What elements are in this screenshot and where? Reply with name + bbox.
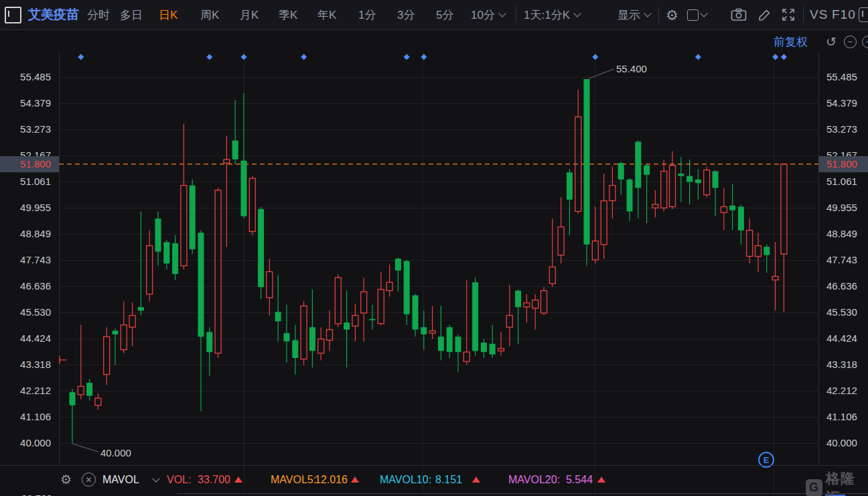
candle-body-down [70, 392, 76, 405]
indicator-chevron-icon[interactable] [149, 466, 159, 493]
forward-adjusted-button[interactable]: 前复权 [774, 32, 808, 51]
candle-body-up [429, 331, 435, 334]
candle-body-down [644, 166, 650, 175]
vol-up-triangle-icon [234, 466, 242, 493]
candle-body-down [309, 327, 315, 351]
candle-body-down [190, 186, 196, 249]
stock-name[interactable]: 艾美疫苗 [28, 0, 79, 29]
event-diamond-marker[interactable] [592, 54, 598, 60]
candlestick-chart[interactable] [0, 0, 868, 496]
indicator-close-icon[interactable]: ✕ [82, 466, 96, 493]
candle-body-down [627, 180, 633, 212]
tab-3分[interactable]: 3分 [397, 0, 415, 29]
candle-body-up [224, 160, 230, 163]
vs-button[interactable]: VS [810, 0, 828, 29]
event-diamond-marker[interactable] [241, 54, 247, 60]
tab-1分[interactable]: 1分 [358, 0, 376, 29]
tab-月K[interactable]: 月K [240, 0, 259, 29]
period-selector[interactable]: 1天:1分K [524, 0, 580, 29]
event-diamond-marker[interactable] [404, 54, 410, 60]
price-axis-label: 44.424 [826, 332, 857, 344]
chevron-down-icon [573, 9, 581, 17]
event-diamond-marker[interactable] [421, 54, 427, 60]
price-axis-label: 44.424 [20, 332, 51, 344]
chevron-down-icon [644, 9, 651, 17]
price-axis-label: 46.636 [826, 280, 857, 292]
candle-body-down [258, 209, 264, 287]
candle-body-up [558, 227, 564, 255]
event-diamond-marker[interactable] [206, 54, 212, 60]
top-toolbar: 艾美疫苗 分时多日日K周K月K季K年K1分3分5分10分 1天:1分K 显示 ⚙ [0, 0, 868, 29]
tab-季K[interactable]: 季K [279, 0, 297, 29]
candle-body-down [163, 242, 169, 263]
zoom-out-icon[interactable]: − [844, 32, 857, 51]
indicator-settings-gear-icon[interactable]: ⚙ [60, 466, 72, 493]
event-diamond-marker[interactable] [301, 54, 307, 60]
fullscreen-expand-icon[interactable] [781, 0, 796, 29]
layout-window-icon[interactable] [5, 0, 21, 29]
candle-body-up [95, 398, 101, 406]
pencil-draw-icon[interactable] [757, 0, 772, 29]
event-diamond-marker[interactable] [695, 54, 701, 60]
event-diamond-marker[interactable] [781, 54, 787, 60]
info-panel-icon[interactable] [859, 0, 868, 29]
tab-10分[interactable]: 10分 [471, 0, 505, 29]
candle-body-up [541, 291, 547, 314]
zoom-in-icon[interactable]: + [862, 32, 868, 51]
low-annotation: 40.000 [100, 447, 131, 458]
candle-body-up [215, 190, 221, 353]
price-axis-label: 48.849 [826, 228, 857, 239]
chart-style-icon[interactable] [687, 0, 707, 29]
tab-年K[interactable]: 年K [317, 0, 336, 29]
candle-body-down [515, 291, 521, 308]
candle-body-down [618, 163, 624, 180]
undo-icon[interactable]: ↺ [826, 32, 837, 51]
candle-body-down [155, 219, 161, 251]
settings-gear-icon[interactable]: ⚙ [666, 0, 678, 29]
candle-body-down [198, 233, 204, 336]
candle-body-down [241, 161, 247, 216]
candle-body-up [755, 246, 762, 257]
candle-body-up [781, 164, 787, 254]
candle-body-up [532, 300, 538, 308]
indicator-name[interactable]: MAVOL [102, 466, 139, 493]
left-price-axis: 51.800 55.48554.37953.27352.16751.06149.… [0, 0, 59, 496]
candle-body-up [670, 166, 676, 207]
candle-body-down [455, 336, 461, 352]
candle-body-up [609, 186, 616, 201]
price-axis-label: 48.849 [20, 228, 51, 239]
event-diamond-marker[interactable] [772, 54, 778, 60]
event-diamond-marker[interactable] [78, 54, 84, 60]
price-axis-label: 45.530 [826, 306, 857, 318]
candle-body-down [344, 322, 350, 330]
f10-button[interactable]: F10 [832, 0, 856, 29]
camera-icon[interactable] [731, 0, 747, 29]
mavol5-up-triangle-icon [351, 466, 359, 493]
price-axis-label: 47.743 [20, 254, 51, 265]
tab-日K[interactable]: 日K [159, 0, 177, 29]
tab-分时[interactable]: 分时 [87, 0, 110, 29]
candle-body-down [438, 336, 444, 351]
gelonghui-logo: 格隆汇 [806, 469, 868, 496]
pane-divider [177, 493, 868, 494]
mavol20-up-triangle-icon [597, 466, 605, 493]
mavol20-label: MAVOL20: [508, 466, 560, 493]
candle-body-up [652, 204, 658, 208]
candle-body-up [506, 316, 512, 328]
candle-body-up [549, 267, 555, 284]
tab-5分[interactable]: 5分 [436, 0, 453, 29]
candle-body-up [704, 170, 710, 195]
logo-text: 格隆汇 [826, 469, 868, 496]
candle-body-down [275, 312, 281, 321]
candle-body-down [695, 180, 701, 183]
price-axis-label: 40.000 [20, 437, 51, 448]
high-annotation: 55.400 [616, 63, 647, 74]
candle-body-down [395, 259, 401, 271]
tab-周K[interactable]: 周K [200, 0, 219, 29]
tab-多日[interactable]: 多日 [120, 0, 143, 29]
display-menu[interactable]: 显示 [618, 0, 650, 29]
price-axis-label: 54.379 [826, 97, 857, 109]
candle-body-up [121, 325, 127, 350]
candle-body-down [421, 327, 427, 334]
candle-body-down [113, 331, 119, 334]
